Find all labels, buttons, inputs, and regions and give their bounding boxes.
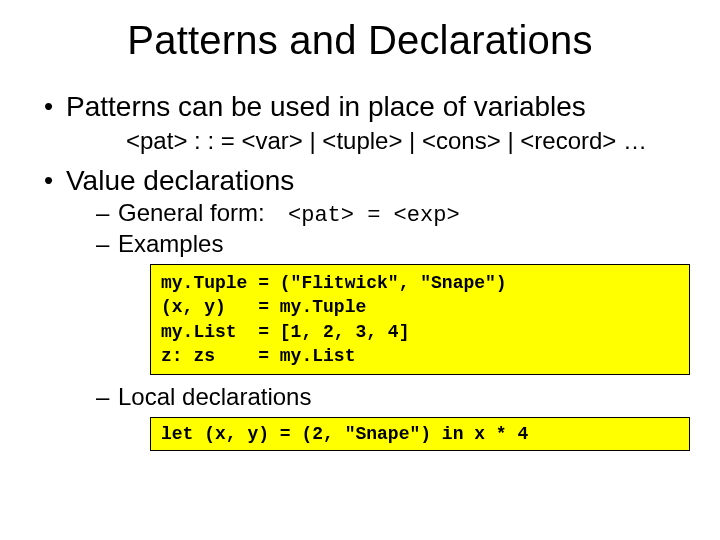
slide: Patterns and Declarations Patterns can b… [0, 0, 720, 540]
sub-list-2: Local declarations [66, 383, 680, 411]
bullet-patterns: Patterns can be used in place of variabl… [40, 91, 680, 155]
sub-list: General form: <pat> = <exp> Examples [66, 199, 680, 258]
bullet-patterns-text: Patterns can be used in place of variabl… [66, 91, 586, 122]
examples-label: Examples [118, 230, 223, 257]
code-block-examples: my.Tuple = ("Flitwick", "Snape") (x, y) … [150, 264, 690, 375]
slide-title: Patterns and Declarations [40, 18, 680, 63]
general-form-code: <pat> = <exp> [288, 203, 460, 228]
grammar-line: <pat> : : = <var> | <tuple> | <cons> | <… [126, 127, 680, 155]
bullet-list: Patterns can be used in place of variabl… [40, 91, 680, 451]
local-decl-label: Local declarations [118, 383, 311, 410]
code-block-local: let (x, y) = (2, "Snape") in x * 4 [150, 417, 690, 451]
bullet-value-decl-text: Value declarations [66, 165, 294, 196]
sub-examples: Examples [96, 230, 680, 258]
sub-general-form: General form: <pat> = <exp> [96, 199, 680, 228]
general-form-label: General form: [118, 199, 288, 227]
bullet-value-decl: Value declarations General form: <pat> =… [40, 165, 680, 451]
sub-local-decl: Local declarations [96, 383, 680, 411]
